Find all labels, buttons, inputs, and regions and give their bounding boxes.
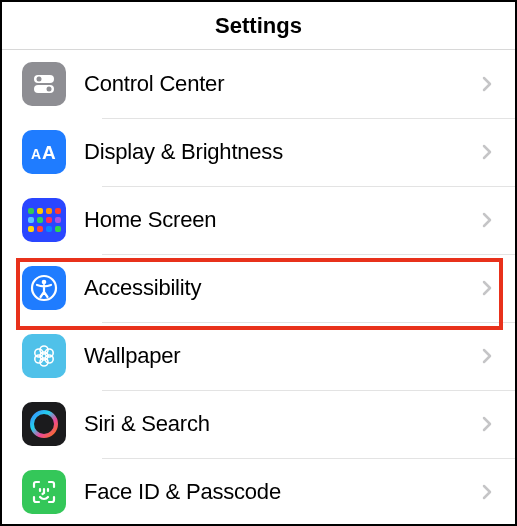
chevron-right-icon <box>473 484 501 500</box>
chevron-right-icon <box>473 280 501 296</box>
row-accessibility[interactable]: Accessibility <box>22 254 515 322</box>
row-label: Display & Brightness <box>84 139 473 165</box>
settings-screen: Settings Control Center A <box>0 0 517 526</box>
row-label: Wallpaper <box>84 343 473 369</box>
chevron-right-icon <box>473 76 501 92</box>
face-id-icon <box>22 470 66 514</box>
chevron-right-icon <box>473 144 501 160</box>
svg-text:A: A <box>31 146 41 162</box>
row-home-screen[interactable]: Home Screen <box>22 186 515 254</box>
page-title: Settings <box>215 13 302 39</box>
svg-point-7 <box>42 280 47 285</box>
settings-list: Control Center A A Display & Brightness <box>2 50 515 526</box>
row-siri-search[interactable]: Siri & Search <box>22 390 515 458</box>
row-display-brightness[interactable]: A A Display & Brightness <box>22 118 515 186</box>
svg-point-3 <box>47 87 52 92</box>
wallpaper-icon <box>22 334 66 378</box>
row-control-center[interactable]: Control Center <box>22 50 515 118</box>
siri-icon <box>22 402 66 446</box>
accessibility-icon <box>22 266 66 310</box>
row-wallpaper[interactable]: Wallpaper <box>22 322 515 390</box>
display-brightness-icon: A A <box>22 130 66 174</box>
control-center-icon <box>22 62 66 106</box>
svg-point-15 <box>32 412 56 436</box>
row-face-id-passcode[interactable]: Face ID & Passcode <box>22 458 515 526</box>
svg-point-1 <box>37 77 42 82</box>
chevron-right-icon <box>473 212 501 228</box>
row-label: Home Screen <box>84 207 473 233</box>
svg-text:A: A <box>42 142 56 163</box>
row-label: Accessibility <box>84 275 473 301</box>
row-label: Control Center <box>84 71 473 97</box>
row-label: Face ID & Passcode <box>84 479 473 505</box>
chevron-right-icon <box>473 348 501 364</box>
header: Settings <box>2 2 515 50</box>
home-screen-icon <box>22 198 66 242</box>
row-label: Siri & Search <box>84 411 473 437</box>
chevron-right-icon <box>473 416 501 432</box>
